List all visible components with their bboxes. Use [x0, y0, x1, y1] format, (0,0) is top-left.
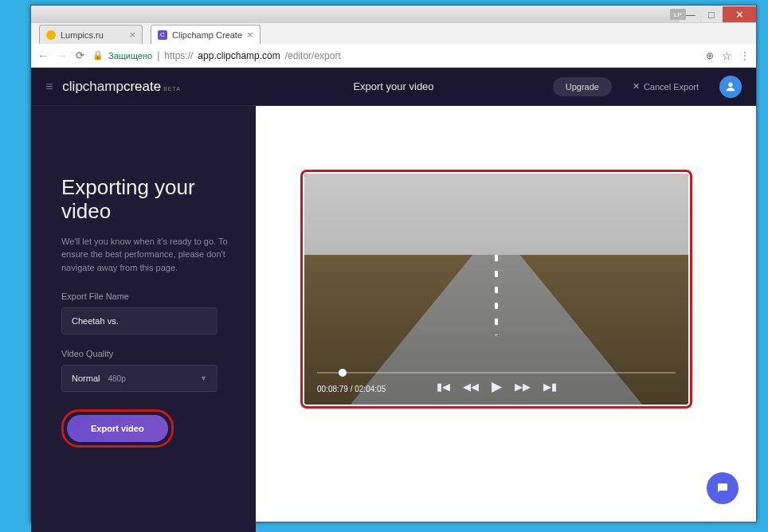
- url-box[interactable]: 🔒 Защищено | https://app.clipchamp.com/e…: [92, 50, 698, 61]
- chat-icon: [715, 481, 730, 495]
- time-display: 00:08:79 / 02:04:05: [317, 385, 386, 393]
- skip-start-icon[interactable]: ▮◀: [437, 381, 450, 393]
- skip-end-icon[interactable]: ▶▮: [543, 381, 557, 393]
- translate-icon[interactable]: ⊕: [706, 50, 714, 61]
- quality-label: Video Quality: [61, 349, 235, 358]
- app-logo[interactable]: clipchampcreateBETA: [62, 79, 181, 95]
- export-sidebar: Exporting your video We'll let you know …: [31, 106, 256, 532]
- back-button[interactable]: ←: [37, 49, 49, 62]
- secure-label: Защищено: [108, 51, 152, 61]
- forward-button[interactable]: →: [57, 49, 68, 62]
- export-subheading: We'll let you know when it's ready to go…: [61, 235, 235, 275]
- tab-title: Lumpics.ru: [61, 30, 104, 40]
- menu-hamburger-icon[interactable]: ≡: [45, 80, 53, 94]
- url-path: /editor/export: [285, 50, 341, 61]
- filename-input[interactable]: Cheetah vs.: [61, 307, 217, 334]
- upgrade-button[interactable]: Upgrade: [553, 77, 612, 96]
- favicon-icon: C: [158, 30, 167, 40]
- svg-point-0: [728, 82, 732, 86]
- export-video-button[interactable]: Export video: [67, 415, 168, 442]
- url-scheme: https://: [164, 50, 193, 61]
- cancel-export-button[interactable]: ✕ Cancel Export: [633, 81, 699, 92]
- tab-title: Clipchamp Create: [172, 30, 242, 40]
- window-maximize-button[interactable]: □: [701, 6, 722, 22]
- progress-bar[interactable]: [317, 372, 676, 374]
- browser-tab-clipchamp[interactable]: C Clipchamp Create ×: [151, 25, 261, 44]
- window-titlebar: LP — □ ✕: [31, 6, 756, 23]
- player-controls: 00:08:79 / 02:04:05 ▮◀ ◀◀ ▶ ▶▶ ▶▮: [304, 364, 688, 405]
- fast-forward-icon[interactable]: ▶▶: [515, 381, 531, 393]
- browser-window: LP — □ ✕ Lumpics.ru × C Clipchamp Create…: [30, 5, 757, 522]
- video-player[interactable]: 00:08:79 / 02:04:05 ▮◀ ◀◀ ▶ ▶▶ ▶▮: [304, 174, 688, 405]
- chevron-down-icon: ▼: [200, 374, 207, 382]
- browser-tabs: Lumpics.ru × C Clipchamp Create ×: [31, 23, 756, 44]
- address-bar: ← → ⟳ 🔒 Защищено | https://app.clipchamp…: [31, 44, 756, 68]
- filename-label: Export File Name: [61, 291, 235, 301]
- window-close-button[interactable]: ✕: [723, 6, 756, 22]
- tab-close-icon[interactable]: ×: [129, 29, 135, 41]
- rewind-icon[interactable]: ◀◀: [463, 381, 479, 393]
- export-heading: Exporting your video: [61, 176, 235, 224]
- bookmark-icon[interactable]: ☆: [722, 49, 732, 62]
- app-header: ≡ clipchampcreateBETA Export your video …: [31, 68, 756, 106]
- quality-value: Normal: [72, 374, 100, 383]
- preview-area: 00:08:79 / 02:04:05 ▮◀ ◀◀ ▶ ▶▶ ▶▮: [256, 106, 756, 532]
- progress-knob[interactable]: [339, 369, 347, 377]
- nav-arrows: ← →: [37, 49, 68, 62]
- export-button-highlight: Export video: [61, 409, 174, 448]
- tab-close-icon[interactable]: ×: [247, 29, 253, 41]
- user-avatar[interactable]: [719, 76, 742, 98]
- menu-icon[interactable]: ⋮: [740, 50, 750, 61]
- favicon-icon: [46, 30, 56, 40]
- page-content: Exporting your video We'll let you know …: [31, 68, 756, 532]
- page-title: Export your video: [353, 80, 433, 92]
- quality-resolution: 480p: [108, 374, 125, 383]
- url-host: app.clipchamp.com: [198, 50, 280, 61]
- play-icon[interactable]: ▶: [492, 378, 502, 395]
- reload-button[interactable]: ⟳: [76, 49, 84, 61]
- player-highlight: 00:08:79 / 02:04:05 ▮◀ ◀◀ ▶ ▶▶ ▶▮: [300, 170, 692, 409]
- close-icon: ✕: [633, 81, 640, 92]
- lock-icon: 🔒: [92, 50, 104, 61]
- support-chat-button[interactable]: [707, 472, 739, 504]
- profile-badge: LP: [670, 9, 686, 20]
- browser-tab-lumpics[interactable]: Lumpics.ru ×: [39, 25, 143, 44]
- quality-select[interactable]: Normal 480p ▼: [61, 365, 217, 392]
